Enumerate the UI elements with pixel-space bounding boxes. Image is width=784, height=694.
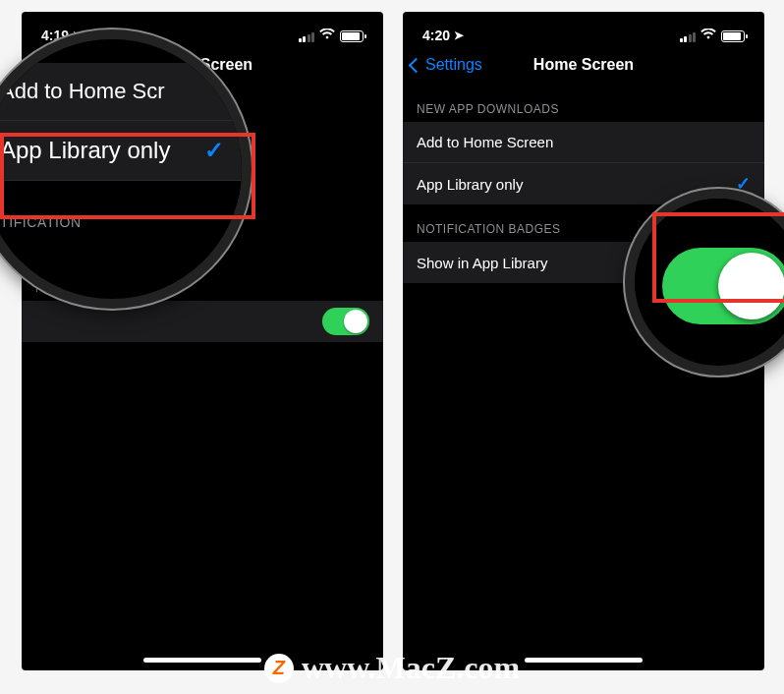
magnified-option-home: Add to Home Scr — [0, 63, 242, 121]
wifi-icon — [700, 29, 716, 43]
checkmark-icon: ✓ — [355, 173, 369, 195]
battery-icon — [721, 30, 745, 42]
magnified-toggle-on — [662, 248, 784, 324]
battery-icon — [340, 30, 364, 42]
section-header-downloads: NEW APP DOWNLOADS — [403, 85, 764, 122]
clock-label: 4:20 — [422, 28, 450, 43]
checkmark-icon: ✓ — [204, 137, 224, 164]
badges-group: Show in App Library — [22, 301, 383, 342]
nav-bar: Settings Home Screen — [403, 45, 764, 85]
back-button[interactable]: Settings — [403, 56, 482, 74]
magnified-option-library: App Library only ✓ — [0, 121, 242, 181]
status-icons — [299, 29, 364, 43]
status-time: 4:20 ➤ — [422, 28, 464, 43]
cellular-signal-icon — [299, 30, 315, 42]
cellular-signal-icon — [680, 30, 697, 42]
row-label: Show in App Library — [417, 255, 547, 271]
magnified-section-header: TIFICATION — [0, 204, 242, 230]
back-label: Settings — [425, 56, 482, 74]
chevron-left-icon — [409, 57, 424, 73]
status-icons — [680, 29, 746, 43]
home-indicator[interactable] — [143, 658, 261, 663]
location-arrow-icon: ➤ — [454, 29, 464, 42]
show-in-library-row[interactable]: Show in App Library — [22, 301, 383, 342]
status-bar: 4:20 ➤ — [403, 12, 764, 45]
option-label: App Library only — [417, 176, 523, 193]
home-indicator[interactable] — [525, 658, 643, 663]
option-add-home[interactable]: Add to Home Screen — [403, 122, 764, 163]
magnified-label: Add to Home Scr — [0, 79, 165, 104]
wifi-icon — [319, 29, 335, 43]
show-in-library-toggle[interactable] — [322, 308, 369, 335]
magnified-label: App Library only — [0, 137, 170, 164]
option-label: Add to Home Screen — [417, 134, 553, 150]
